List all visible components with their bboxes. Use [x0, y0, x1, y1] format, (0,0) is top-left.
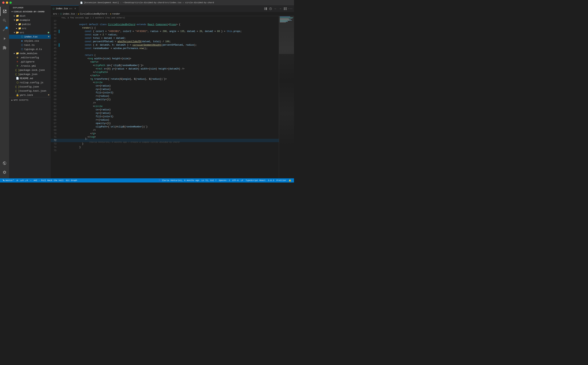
breadcrumb-method-icon: ⊕ — [110, 13, 111, 15]
sidebar-item-src[interactable]: ▼ 📂 src — [9, 30, 51, 35]
npm-scripts-header[interactable]: ▶ NPM SCRIPTS — [9, 98, 51, 102]
sidebar-item-tsconfig[interactable]: ▶ { } tsconfig.json — [9, 85, 51, 89]
split-editor-button[interactable] — [263, 7, 268, 11]
breadcrumb-src[interactable]: src — [53, 13, 57, 15]
status-encoding[interactable]: UTF-8 — [231, 178, 240, 182]
line-code-75 — [59, 149, 279, 152]
sidebar-item-package-json[interactable]: ▶ { } package.json — [9, 72, 51, 76]
src-label: src — [53, 13, 57, 15]
sidebar-item-rollup-config[interactable]: ▶ ⬡ rollup.config.js — [9, 80, 51, 85]
run-icon — [2, 36, 7, 41]
line-num-42: 42 — [51, 37, 59, 40]
language-text: TypeScript React — [246, 179, 266, 182]
sidebar-item-editorconfig[interactable]: ▶ ⚙ .editorconfig — [9, 56, 51, 60]
line-num-62: 62 — [51, 105, 59, 108]
breadcrumb-file-icon: ⬡ — [60, 13, 62, 15]
line-num-47: 47 — [51, 54, 59, 56]
settings-icon — [2, 170, 7, 174]
sidebar-item-travis-yml[interactable]: ▶ ≡ .travis.yml — [9, 64, 51, 68]
status-bell[interactable]: 🔔 — [288, 178, 292, 182]
status-formatter[interactable]: Prettier — [275, 178, 288, 182]
status-eol[interactable]: LF — [240, 178, 244, 182]
maximize-button[interactable] — [9, 1, 12, 4]
tab-index-tsx[interactable]: ⬡ index.tsx src × — [51, 5, 79, 12]
activity-search[interactable] — [0, 16, 9, 25]
status-bar: master* ⟳ ⊘ 0 ⚠ 0 → AHI - Pull Back the … — [0, 178, 294, 182]
activity-run[interactable] — [0, 34, 9, 43]
activity-remote[interactable] — [0, 159, 9, 168]
line-num-37: 37 — [51, 20, 59, 22]
root-arrow: ▼ — [11, 10, 14, 13]
status-forward[interactable]: → — [29, 178, 33, 182]
sidebar-item-index-tsx[interactable]: ▶ ⬡ index.tsx M — [9, 35, 51, 39]
minimap-code-preview — [279, 16, 294, 178]
close-button[interactable] — [2, 1, 5, 4]
sidebar-root[interactable]: ▼ CIRCLE-DIVIDED-BY-CHORD — [9, 10, 51, 14]
activity-settings[interactable] — [0, 168, 9, 177]
code-content: You, a few seconds ago | 2 authors (You … — [51, 16, 279, 178]
sidebar-item-tsconfig-test[interactable]: ▶ { } tsconfig.test.json — [9, 89, 51, 93]
more-actions-button[interactable]: ··· — [288, 7, 292, 11]
line-num-46: 46 — [51, 50, 59, 53]
breadcrumb-class-label: CircleDividedByChord — [80, 13, 107, 15]
activity-explorer[interactable] — [0, 7, 9, 16]
blame-icon: 🔵 — [159, 179, 161, 182]
timeline-button[interactable] — [268, 7, 273, 11]
status-version[interactable]: 3.8.3 — [267, 178, 275, 182]
breadcrumb-file[interactable]: ⬡ index.tsx — [60, 13, 75, 15]
formatter-text: Prettier — [276, 179, 286, 182]
sidebar-item-example-src[interactable]: ▶ 📁 src — [9, 26, 51, 30]
sidebar: Explorer ▼ CIRCLE-DIVIDED-BY-CHORD ▶ 📁 d… — [9, 5, 51, 178]
line-num-65: 65 — [51, 115, 59, 118]
src-dot — [48, 32, 49, 33]
breadcrumb-method[interactable]: ⊕ render — [110, 13, 120, 15]
navigate-forward-button[interactable]: → — [278, 7, 283, 11]
spaces-text: Spaces: 2 — [219, 179, 230, 182]
line-num-66: 66 — [51, 119, 59, 121]
open-changes-button[interactable] — [283, 7, 288, 11]
navigate-back-button[interactable]: ← — [273, 7, 278, 11]
line-num-51: 51 — [51, 68, 59, 70]
line-num-58: 58 — [51, 91, 59, 94]
error-icon: ⊘ — [21, 179, 22, 182]
breadcrumb-class[interactable]: ◈ CircleDividedByChord — [78, 13, 107, 15]
status-errors[interactable]: ⊘ 0 ⚠ 0 — [19, 178, 29, 182]
activity-source-control[interactable]: 2 — [0, 25, 9, 34]
tab-close-button[interactable]: × — [74, 7, 77, 10]
sidebar-item-yarn-lock[interactable]: ▶ 🔒 yarn.lock M — [9, 93, 51, 97]
position-text: Ln 72, Col 7 — [202, 179, 217, 182]
line-num-60: 60 — [51, 98, 59, 101]
editor-main[interactable]: You, a few seconds ago | 2 authors (You … — [51, 16, 279, 178]
sidebar-item-public[interactable]: ▶ 📁 public — [9, 22, 51, 26]
status-position[interactable]: Ln 72, Col 7 — [200, 178, 218, 182]
line-num-73: 73 — [51, 143, 59, 145]
line-num-67: 67 — [51, 122, 59, 125]
minimize-button[interactable] — [6, 1, 8, 4]
status-blame[interactable]: 🔵 Ilaria Venturini, 6 months ago — [157, 178, 200, 182]
error-count: 0 — [22, 179, 24, 182]
status-git-graph[interactable]: Git Graph — [65, 178, 78, 182]
sidebar-item-gitignore[interactable]: ▶ ⊘ .gitignore — [9, 60, 51, 64]
status-branch[interactable]: master* — [1, 178, 15, 182]
breadcrumb-method-label: render — [112, 13, 120, 15]
sidebar-item-package-lock[interactable]: ▶ { } package-lock.json — [9, 68, 51, 72]
sidebar-item-node-modules[interactable]: ▶ 📁 node_modules — [9, 51, 51, 56]
status-git-actions[interactable]: AHI - Pull Back the Veil — [32, 178, 65, 182]
status-sync[interactable]: ⟳ — [15, 178, 19, 182]
status-language[interactable]: TypeScript React — [245, 178, 267, 182]
sidebar-item-readme[interactable]: ▶ 📄 README.md — [9, 76, 51, 80]
line-num-43: 43 — [51, 40, 59, 43]
line-num-70: 70 — [51, 132, 59, 135]
status-right: 🔵 Ilaria Venturini, 6 months ago Ln 72, … — [157, 178, 292, 182]
line-num-56: 56 — [51, 85, 59, 87]
sidebar-item-styles-css[interactable]: ▶ ◆ styles.css — [9, 39, 51, 43]
traffic-lights — [2, 1, 12, 4]
minimap-content — [279, 16, 294, 178]
sidebar-item-example[interactable]: ▼ 📂 example — [9, 18, 51, 22]
sidebar-item-dist[interactable]: ▶ 📁 dist — [9, 14, 51, 18]
activity-bar: 2 — [0, 5, 9, 178]
sidebar-item-test-ts[interactable]: ▶ ⬡ test.ts — [9, 43, 51, 47]
sidebar-item-typings-dts[interactable]: ▶ ⬡ typings.d.ts — [9, 47, 51, 51]
activity-extensions[interactable] — [0, 43, 9, 52]
status-spaces[interactable]: Spaces: 2 — [218, 178, 231, 182]
